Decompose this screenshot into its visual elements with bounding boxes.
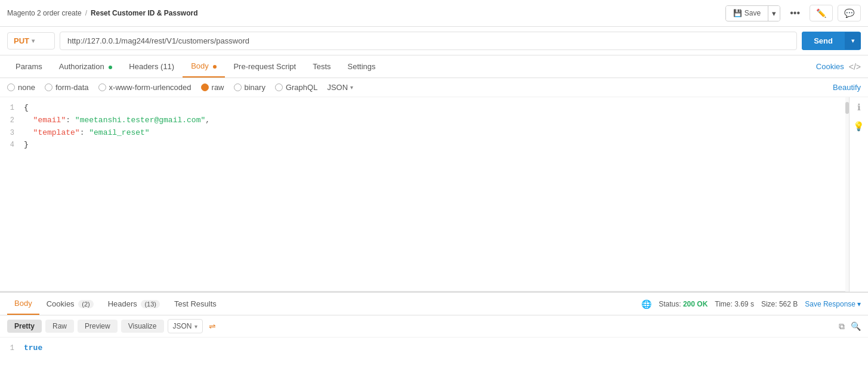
- comment-icon-button[interactable]: 💬: [838, 5, 861, 21]
- top-bar-actions: 💾 Save ▾ ••• ✏️ 💬: [725, 5, 861, 21]
- body-option-urlencoded[interactable]: x-www-form-urlencoded: [98, 83, 191, 92]
- body-option-binary[interactable]: binary: [234, 83, 265, 92]
- body-option-graphql[interactable]: GraphQL: [275, 83, 317, 92]
- response-tab-headers[interactable]: Headers (13): [101, 293, 167, 314]
- format-pretty-button[interactable]: Pretty: [7, 320, 42, 333]
- breadcrumb-area: Magento 2 order create / Reset Customer …: [7, 9, 197, 17]
- sidebar-bulb-icon[interactable]: 💡: [853, 121, 864, 132]
- body-option-none[interactable]: none: [7, 83, 35, 92]
- beautify-button[interactable]: Beautify: [833, 83, 861, 92]
- tab-params[interactable]: Params: [7, 56, 51, 77]
- code-line-2: 2 "email": "meetanshi.tester@gmail.com",: [0, 114, 868, 127]
- more-options-button[interactable]: •••: [785, 5, 805, 21]
- sidebar-info-icon[interactable]: ℹ: [857, 102, 861, 113]
- method-chevron-icon: ▾: [32, 38, 35, 44]
- response-format-row: Pretty Raw Preview Visualize JSON ▾ ⇌ ⧉ …: [0, 315, 868, 338]
- code-editor-body[interactable]: 1 { 2 "email": "meetanshi.tester@gmail.c…: [0, 97, 868, 291]
- radio-binary: [234, 83, 242, 91]
- tab-headers[interactable]: Headers (11): [121, 56, 183, 77]
- body-options-row: none form-data x-www-form-urlencoded raw…: [0, 78, 868, 97]
- time-label: Time: 3.69 s: [715, 300, 754, 308]
- json-chevron-icon: ▾: [194, 323, 197, 330]
- page-title: Reset Customer ID & Password: [91, 9, 197, 17]
- save-response-chevron-icon: ▾: [857, 300, 861, 308]
- json-chevron-icon: ▾: [350, 84, 353, 91]
- radio-none: [7, 83, 15, 91]
- bottom-section: Body Cookies (2) Headers (13) Test Resul…: [0, 292, 868, 387]
- send-button[interactable]: Send: [802, 32, 845, 50]
- authorization-dot: [109, 66, 112, 69]
- tab-settings[interactable]: Settings: [339, 56, 384, 77]
- response-line-1: 1 true: [0, 342, 868, 355]
- copy-icon[interactable]: ⧉: [839, 321, 845, 332]
- format-visualize-button[interactable]: Visualize: [121, 320, 164, 333]
- response-tab-cookies[interactable]: Cookies (2): [39, 293, 101, 314]
- request-editor: 1 { 2 "email": "meetanshi.tester@gmail.c…: [0, 97, 868, 292]
- right-sidebar: ℹ 💡: [849, 97, 868, 292]
- radio-form-data: [45, 83, 52, 91]
- url-bar: PUT ▾ Send ▾: [0, 27, 868, 55]
- save-icon: 💾: [733, 9, 742, 17]
- method-label: PUT: [14, 36, 29, 45]
- body-option-raw[interactable]: raw: [201, 83, 224, 92]
- tab-body[interactable]: Body: [183, 55, 225, 78]
- tab-pre-request[interactable]: Pre-request Script: [225, 56, 304, 77]
- response-tab-body[interactable]: Body: [7, 293, 39, 315]
- send-btn-group: Send ▾: [802, 32, 861, 50]
- breadcrumb-separator: /: [85, 9, 87, 17]
- response-body-editor: 1 true: [0, 338, 868, 387]
- request-tabs-row: Params Authorization Headers (11) Body P…: [0, 55, 868, 78]
- save-response-button[interactable]: Save Response ▾: [805, 300, 861, 308]
- response-tabs-row: Body Cookies (2) Headers (13) Test Resul…: [0, 292, 868, 315]
- body-option-form-data[interactable]: form-data: [45, 83, 89, 92]
- response-status-area: 🌐 Status: 200 OK Time: 3.69 s Size: 562 …: [641, 299, 861, 309]
- radio-graphql: [275, 83, 283, 91]
- json-format-selector[interactable]: JSON ▾: [327, 83, 353, 92]
- tab-authorization[interactable]: Authorization: [51, 56, 121, 77]
- format-raw-button[interactable]: Raw: [45, 320, 74, 333]
- top-bar: Magento 2 order create / Reset Customer …: [0, 0, 868, 27]
- code-line-4: 4 }: [0, 139, 868, 151]
- cookies-link[interactable]: Cookies: [816, 62, 844, 71]
- code-icon[interactable]: </>: [849, 62, 861, 72]
- code-line-3: 3 "template": "email_reset": [0, 127, 868, 140]
- format-preview-button[interactable]: Preview: [78, 320, 118, 333]
- response-tab-test-results[interactable]: Test Results: [167, 293, 224, 314]
- code-line-1: 1 {: [0, 102, 868, 114]
- body-dot: [213, 65, 217, 69]
- response-action-icons: ⧉ 🔍: [839, 321, 861, 332]
- url-input[interactable]: [60, 32, 797, 50]
- status-label: Status: 200 OK: [659, 300, 708, 308]
- radio-raw: [201, 83, 209, 91]
- radio-urlencoded: [98, 83, 106, 91]
- response-json-selector[interactable]: JSON ▾: [168, 319, 203, 333]
- breadcrumb-collection: Magento 2 order create: [7, 9, 82, 17]
- filter-icon[interactable]: ⇌: [209, 321, 216, 331]
- edit-icon-button[interactable]: ✏️: [810, 5, 833, 21]
- tab-tests[interactable]: Tests: [304, 56, 339, 77]
- tabs-right-actions: Cookies </>: [816, 62, 861, 72]
- size-label: Size: 562 B: [761, 300, 798, 308]
- send-dropdown-button[interactable]: ▾: [845, 32, 861, 49]
- globe-icon: 🌐: [641, 299, 651, 309]
- method-selector[interactable]: PUT ▾: [7, 32, 55, 49]
- save-button[interactable]: 💾 Save: [726, 6, 768, 20]
- save-dropdown-button[interactable]: ▾: [768, 6, 780, 21]
- search-icon[interactable]: 🔍: [851, 321, 861, 332]
- save-btn-group: 💾 Save ▾: [725, 5, 780, 21]
- main-content: 1 { 2 "email": "meetanshi.tester@gmail.c…: [0, 97, 868, 292]
